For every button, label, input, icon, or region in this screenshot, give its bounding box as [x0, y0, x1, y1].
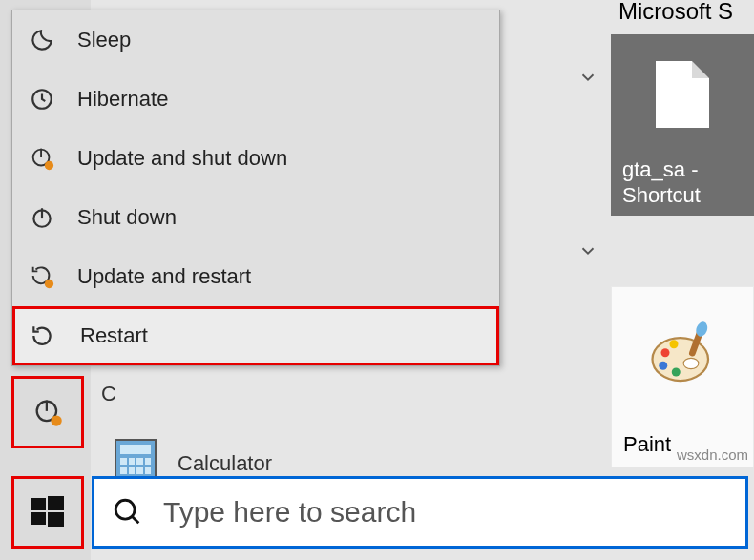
svg-rect-20 [31, 512, 46, 525]
power-hibernate[interactable]: Hibernate [12, 70, 499, 129]
power-shutdown[interactable]: Shut down [12, 188, 499, 247]
svg-point-14 [659, 362, 667, 370]
chevron-down-icon[interactable] [577, 67, 597, 86]
power-shutdown-label: Shut down [77, 205, 177, 230]
svg-line-23 [132, 516, 138, 523]
tile-group-header[interactable]: Microsoft S [618, 0, 752, 25]
search-placeholder: Type here to search [163, 496, 416, 529]
power-restart-label: Restart [80, 323, 148, 348]
search-icon [112, 496, 144, 529]
restart-icon [28, 321, 56, 350]
svg-point-15 [672, 368, 681, 377]
svg-rect-19 [48, 496, 64, 510]
windows-logo-icon [29, 493, 67, 531]
clock-icon [28, 85, 56, 114]
taskbar-search[interactable]: Type here to search [92, 476, 748, 549]
power-update-icon [28, 144, 56, 173]
start-button[interactable] [11, 476, 84, 549]
power-update-shutdown[interactable]: Update and shut down [12, 129, 499, 188]
start-tiles: Microsoft S gta_sa - Shortcut Paint [601, 0, 754, 472]
watermark-text: wsxdn.com [677, 446, 748, 463]
power-sleep[interactable]: Sleep [12, 10, 499, 70]
svg-rect-18 [31, 498, 46, 510]
power-icon [28, 203, 56, 232]
start-power-button[interactable] [11, 376, 84, 448]
power-sleep-label: Sleep [77, 28, 131, 52]
svg-point-12 [661, 348, 670, 357]
tile-gta-sa-shortcut[interactable]: gta_sa - Shortcut [611, 34, 754, 216]
power-update-restart-label: Update and restart [77, 264, 251, 289]
apps-section-header[interactable]: C [101, 382, 116, 406]
taskbar: Type here to search [0, 472, 754, 560]
tile-paint[interactable]: Paint [611, 286, 754, 467]
svg-point-13 [670, 340, 679, 348]
svg-point-9 [51, 415, 61, 425]
power-restart[interactable]: Restart [12, 306, 499, 365]
paint-palette-icon [648, 321, 717, 389]
document-icon [656, 61, 709, 128]
power-hibernate-label: Hibernate [77, 87, 168, 112]
chevron-down-icon[interactable] [577, 240, 597, 259]
moon-icon [28, 26, 56, 54]
tile-paint-label: Paint [623, 432, 671, 457]
power-update-icon [31, 396, 64, 428]
power-update-restart[interactable]: Update and restart [12, 247, 499, 306]
power-menu: Sleep Hibernate Update and shut down Shu… [11, 10, 500, 366]
power-update-shutdown-label: Update and shut down [77, 146, 287, 171]
svg-point-22 [115, 500, 135, 519]
svg-rect-21 [48, 512, 64, 527]
svg-point-10 [653, 338, 709, 381]
tile-gta-label: gta_sa - Shortcut [622, 157, 754, 208]
svg-point-11 [683, 358, 699, 368]
svg-point-3 [45, 161, 53, 170]
svg-point-6 [45, 280, 53, 288]
restart-update-icon [28, 262, 56, 291]
